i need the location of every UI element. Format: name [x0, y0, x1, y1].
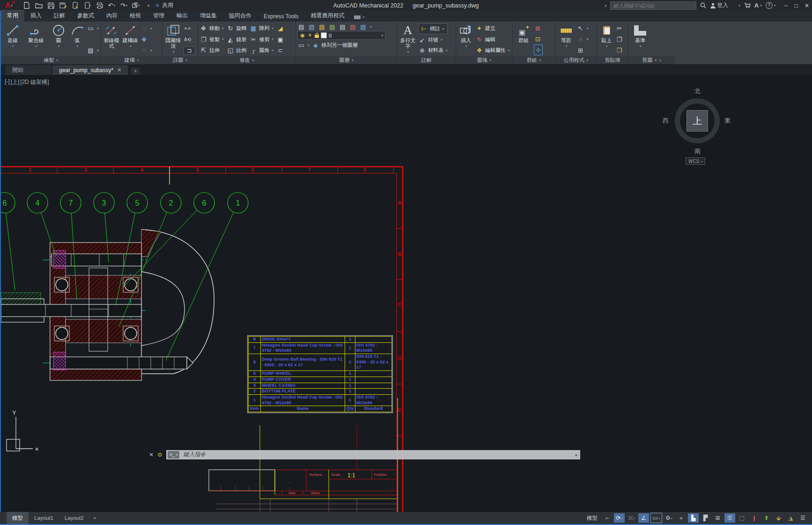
- insert-block-button[interactable]: 插入▾: [458, 22, 474, 56]
- command-history-up-icon[interactable]: ▲: [574, 452, 578, 457]
- measure-button[interactable]: 等距▾: [557, 22, 576, 56]
- panel-footer-clipboard[interactable]: 剪貼簿: [597, 56, 628, 64]
- maximize-button[interactable]: □: [795, 2, 798, 9]
- undo-icon[interactable]: ↶▾: [108, 1, 116, 9]
- open-from-web-mobile-icon[interactable]: [71, 1, 79, 9]
- parts-list-table[interactable]: 8DRIVE SHAFT17Hexagon Socket Head Cap Sc…: [247, 335, 393, 413]
- layer-properties-icon[interactable]: ▤: [297, 23, 305, 30]
- file-tab-document[interactable]: gear_pump_subassy* ✕: [52, 65, 128, 75]
- file-tab-start[interactable]: 開始: [6, 65, 52, 75]
- balloon-callout[interactable]: 1: [166, 192, 248, 361]
- viewcube-south[interactable]: 南: [694, 147, 701, 155]
- balloon-callout[interactable]: 6: [1, 192, 15, 290]
- block-edit-button[interactable]: ✎編輯: [475, 35, 510, 44]
- object-snap-toggle[interactable]: ▙: [688, 513, 699, 523]
- new-layout-button[interactable]: +: [89, 512, 100, 524]
- workspace-switch-icon[interactable]: ▾: [132, 1, 140, 9]
- array-button[interactable]: ▦陣列▾: [250, 23, 274, 33]
- point-tools-button[interactable]: ⁘▾: [140, 45, 152, 55]
- circle-button[interactable]: 圓▾: [49, 22, 68, 56]
- qat-more-icon[interactable]: ▾: [144, 1, 152, 9]
- layout-tab-layout2[interactable]: Layout2: [59, 512, 89, 524]
- line-button[interactable]: 直線▾: [2, 22, 23, 56]
- tab-express-tools[interactable]: Express Tools: [258, 11, 304, 22]
- sign-in-button[interactable]: 登入 ▾: [710, 1, 740, 9]
- minimize-button[interactable]: ─: [784, 2, 788, 9]
- crosshair-toggle[interactable]: ＋: [676, 513, 687, 523]
- rectangle-tool-button[interactable]: ▭▾: [87, 23, 99, 33]
- trim-button[interactable]: ✂修剪▾: [250, 35, 274, 44]
- search-icon[interactable]: [700, 2, 706, 8]
- wcs-dropdown[interactable]: WCS▾: [686, 157, 705, 165]
- layout-tab-model[interactable]: 模型: [7, 512, 29, 524]
- parts-row[interactable]: 5PUMP WHEEL1: [249, 371, 392, 377]
- model-space-button[interactable]: 模型: [587, 515, 598, 522]
- move-button[interactable]: ✥移動▾: [199, 23, 224, 33]
- panel-footer-view[interactable]: 視圖▾⇘: [628, 56, 675, 64]
- panel-footer-layers[interactable]: 圖層▾: [296, 56, 397, 64]
- selection-cycling-toggle[interactable]: ⬚: [737, 513, 747, 523]
- tab-manage[interactable]: 管理: [147, 10, 170, 22]
- search-input[interactable]: [610, 1, 696, 10]
- mirror-button[interactable]: ◭鏡射: [227, 35, 247, 44]
- tab-home[interactable]: 常用: [1, 10, 24, 22]
- viewport-view-control[interactable]: [上]: [11, 78, 20, 86]
- tab-output[interactable]: 輸出: [170, 10, 194, 22]
- app-menu-button[interactable]: AM▾: [2, 0, 16, 10]
- paste-button[interactable]: 貼上▾: [598, 22, 614, 56]
- redo-icon[interactable]: ↷▾: [120, 1, 128, 9]
- detail-edit-button[interactable]: ⊐: [184, 45, 195, 55]
- save-as-icon[interactable]: [59, 1, 67, 9]
- parts-row[interactable]: 7Hexagon Socket Head Cap Screw - ISO 476…: [249, 342, 392, 354]
- construction-line-button[interactable]: 建構線▾: [121, 22, 139, 56]
- mtext-button[interactable]: A 多行文字▾: [399, 22, 417, 56]
- layout-tab-layout1[interactable]: Layout1: [29, 512, 59, 524]
- edit-attributes-button[interactable]: ❖編輯屬性▾: [475, 45, 510, 55]
- block-create-button[interactable]: ✦建立: [475, 23, 510, 33]
- parts-row[interactable]: 6Deep Groove Ball Bearing - DIN 625 T1 -…: [249, 354, 392, 371]
- viewcube[interactable]: 北 南 西 東 上: [674, 97, 721, 144]
- command-input-bar[interactable]: >_▾ 鍵入指令 ▲: [166, 450, 580, 459]
- customization-menu-icon[interactable]: ☰: [797, 513, 808, 523]
- workspace-switching-icon[interactable]: ⬙: [773, 513, 784, 523]
- command-close-icon[interactable]: ✕: [149, 451, 154, 458]
- layer-filter-button[interactable]: ▭▾: [297, 40, 310, 50]
- graphics-performance-toggle[interactable]: ◮: [785, 513, 796, 523]
- autodesk-app-icon[interactable]: A▾: [754, 2, 762, 9]
- tab-addins[interactable]: 增益集: [194, 10, 223, 22]
- object-snap-settings-icon[interactable]: ⊞: [712, 513, 723, 523]
- tab-annotate[interactable]: 註解: [48, 10, 71, 22]
- parts-row[interactable]: 2BOTTOM PLATE1: [249, 389, 392, 395]
- dimension-button[interactable]: ⊢標註▾: [418, 23, 448, 34]
- paste-special-button[interactable]: ❒: [615, 45, 623, 55]
- symbol-button[interactable]: ↙符號▾: [418, 35, 448, 45]
- erase-button[interactable]: ◢: [276, 23, 284, 33]
- parts-row[interactable]: 4PUMP COVER1: [249, 377, 392, 383]
- ribbon-display-toggle[interactable]: ▾: [354, 15, 364, 22]
- copy-clip-button[interactable]: ❐: [615, 35, 623, 44]
- ray-mode-button[interactable]: 射線模式: [103, 22, 120, 56]
- offset-button[interactable]: ⊂: [276, 45, 284, 55]
- detail-view-button[interactable]: A⟲: [184, 35, 195, 44]
- lock-ui-toggle[interactable]: ⚿: [724, 513, 735, 523]
- parts-row[interactable]: 3WHEEL CASING1: [249, 383, 392, 389]
- snap-magnet-button[interactable]: ∩▾: [576, 35, 589, 44]
- panel-footer-annotate[interactable]: 註解: [397, 56, 456, 64]
- cut-button[interactable]: ✂: [615, 23, 623, 33]
- isometric-drafting-toggle[interactable]: ⤫▾: [626, 513, 637, 523]
- layer-match-icon[interactable]: ▤: [359, 23, 367, 30]
- group-selection-toggle[interactable]: ⊹: [534, 44, 543, 55]
- new-drawing-tab-button[interactable]: +: [131, 67, 140, 75]
- layer-lock-icon[interactable]: ▤: [349, 23, 357, 30]
- parts-row[interactable]: 1Hexagon Socket Head Cap Screw - ISO 476…: [249, 394, 392, 406]
- tab-parametric[interactable]: 參數式: [71, 10, 100, 22]
- viewport-control-menu[interactable]: [-]: [5, 78, 10, 86]
- save-icon[interactable]: [47, 1, 55, 9]
- open-file-icon[interactable]: [35, 1, 43, 9]
- arc-button[interactable]: 弧▾: [69, 22, 86, 56]
- annotation-monitor-toggle[interactable]: ❙: [749, 513, 760, 523]
- ortho-mode-toggle[interactable]: ∠: [638, 513, 649, 523]
- save-to-web-mobile-icon[interactable]: [83, 1, 91, 9]
- tab-featured-apps[interactable]: 精選應用程式: [304, 10, 350, 22]
- layer-freeze-icon[interactable]: ▤: [328, 23, 336, 30]
